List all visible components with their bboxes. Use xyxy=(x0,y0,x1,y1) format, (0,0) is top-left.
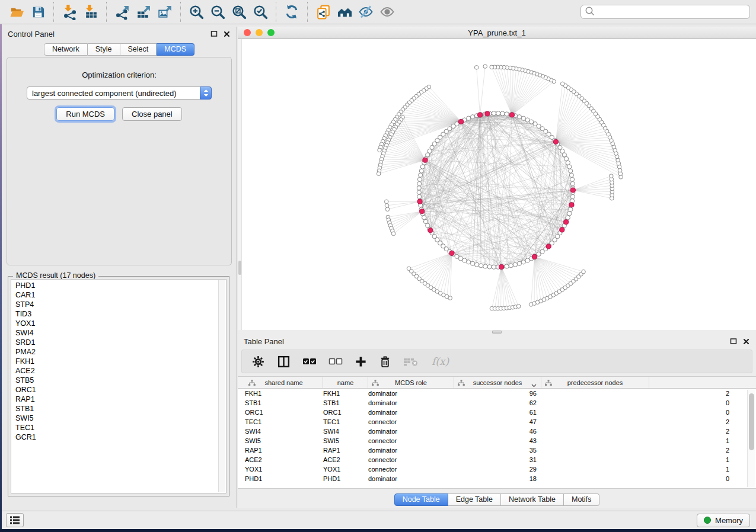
table-row[interactable]: SWI4SWI4dominator462 xyxy=(238,427,756,436)
table-row[interactable]: RAP1RAP1dominator352 xyxy=(238,446,756,455)
tab-style[interactable]: Style xyxy=(88,43,120,56)
scrollbar-thumb[interactable] xyxy=(238,261,241,275)
menu-list-button[interactable] xyxy=(6,513,24,527)
mcds-list-scrollbar[interactable] xyxy=(218,280,225,492)
import-table-icon-button[interactable] xyxy=(80,2,101,21)
mcds-result-item[interactable]: SWI5 xyxy=(15,414,218,423)
open-session-icon-button[interactable] xyxy=(6,2,27,21)
table-row[interactable]: TEC1TEC1connector472 xyxy=(238,417,756,427)
deselect-all-icon-button[interactable] xyxy=(328,353,343,370)
run-mcds-button[interactable]: Run MCDS xyxy=(56,107,114,121)
mcds-hub-node[interactable] xyxy=(458,119,463,124)
mcds-result-item[interactable]: STB1 xyxy=(15,404,218,414)
mcds-hub-node[interactable] xyxy=(449,251,454,255)
zoom-selected-icon-button[interactable] xyxy=(250,2,271,21)
mcds-result-item[interactable]: PMA2 xyxy=(15,347,218,357)
home-icon-button[interactable] xyxy=(334,2,355,21)
window-minimize-light[interactable] xyxy=(256,29,263,36)
window-close-light[interactable] xyxy=(244,29,251,36)
mcds-hub-node[interactable] xyxy=(553,139,558,144)
export-image-icon-button[interactable] xyxy=(154,2,176,21)
search-box[interactable] xyxy=(580,5,750,19)
clone-network-icon-button[interactable] xyxy=(312,2,334,21)
mcds-hub-node[interactable] xyxy=(417,199,422,204)
network-graph[interactable] xyxy=(242,39,756,330)
mcds-result-item[interactable]: GCR1 xyxy=(15,432,218,442)
mcds-hub-node[interactable] xyxy=(423,158,428,162)
tab-mcds[interactable]: MCDS xyxy=(157,43,194,56)
save-session-icon-button[interactable] xyxy=(27,2,49,21)
mcds-result-item[interactable]: ORC1 xyxy=(15,385,218,395)
mcds-result-item[interactable]: RAP1 xyxy=(15,395,218,404)
mcds-result-item[interactable]: TEC1 xyxy=(15,423,218,432)
window-zoom-light[interactable] xyxy=(267,29,275,36)
tab-network-table[interactable]: Network Table xyxy=(501,493,564,506)
mcds-hub-node[interactable] xyxy=(509,113,514,117)
tab-select[interactable]: Select xyxy=(120,43,157,56)
mcds-result-item[interactable]: CAR1 xyxy=(15,290,218,300)
panel-splitter[interactable] xyxy=(238,330,756,334)
mcds-hub-node[interactable] xyxy=(477,113,482,117)
table-row[interactable]: ORC1ORC1dominator610 xyxy=(238,408,756,417)
hide-graphics-icon-button[interactable] xyxy=(355,2,377,21)
criterion-dropdown[interactable]: largest connected component (undirected) xyxy=(27,86,212,100)
import-network-icon-button[interactable] xyxy=(59,2,80,21)
mcds-hub-node[interactable] xyxy=(532,254,537,259)
export-table-icon-button[interactable] xyxy=(133,2,154,21)
mcds-hub-node[interactable] xyxy=(485,111,490,116)
close-panel-icon[interactable] xyxy=(223,30,231,37)
memory-button[interactable]: Memory xyxy=(697,514,750,527)
column-header-shared-name[interactable]: shared name xyxy=(245,377,323,388)
table-vertical-scrollbar[interactable] xyxy=(747,390,755,487)
close-table-panel-icon[interactable] xyxy=(742,338,750,345)
zoom-out-icon-button[interactable] xyxy=(207,2,228,21)
tab-motifs[interactable]: Motifs xyxy=(564,493,599,506)
table-row[interactable]: STB1STB1dominator620 xyxy=(238,398,756,408)
export-network-icon-button[interactable] xyxy=(111,2,133,21)
split-view-icon-button[interactable] xyxy=(277,353,291,370)
table-row[interactable]: YOX1YOX1connector291 xyxy=(238,464,756,474)
refresh-icon-button[interactable] xyxy=(281,2,302,21)
mcds-hub-node[interactable] xyxy=(560,227,564,232)
network-vertical-scrollbar[interactable] xyxy=(238,39,242,330)
mcds-result-item[interactable]: YOX1 xyxy=(15,319,218,328)
mcds-result-item[interactable]: STP4 xyxy=(15,300,218,309)
mcds-hub-node[interactable] xyxy=(564,220,569,225)
mcds-hub-node[interactable] xyxy=(420,209,425,214)
mcds-result-item[interactable]: PHD1 xyxy=(15,281,218,290)
table-row[interactable]: PHD1PHD1dominator180 xyxy=(238,474,756,483)
delete-column-icon-button[interactable] xyxy=(379,353,391,370)
splitter-handle[interactable] xyxy=(492,331,502,334)
zoom-fit-icon-button[interactable] xyxy=(228,2,250,21)
tab-network[interactable]: Network xyxy=(44,43,88,56)
mcds-result-item[interactable]: ACE2 xyxy=(15,366,218,376)
mcds-hub-node[interactable] xyxy=(546,244,551,249)
table-row[interactable]: ACE2ACE2connector311 xyxy=(238,455,756,464)
mcds-hub-node[interactable] xyxy=(499,264,504,269)
column-header-predecessor-nodes[interactable]: predecessor nodes xyxy=(541,377,649,388)
network-window-titlebar[interactable]: YPA_prune.txt_1 xyxy=(238,27,756,39)
column-header-successor-nodes[interactable]: successor nodes xyxy=(454,377,541,388)
close-panel-button[interactable]: Close panel xyxy=(122,107,182,121)
column-header-MCDS-role[interactable]: MCDS role xyxy=(368,377,454,388)
mcds-result-item[interactable]: FKH1 xyxy=(15,357,218,366)
column-header-name[interactable]: name xyxy=(323,377,368,388)
mcds-result-item[interactable]: SWI4 xyxy=(15,328,218,338)
mcds-hub-node[interactable] xyxy=(428,228,433,233)
search-input[interactable] xyxy=(595,8,746,16)
mcds-hub-node[interactable] xyxy=(569,203,574,207)
float-table-panel-icon[interactable] xyxy=(729,338,737,345)
show-graphics-icon-button[interactable] xyxy=(377,2,398,21)
scrollbar-thumb[interactable] xyxy=(749,393,754,450)
mcds-result-item[interactable]: STB5 xyxy=(15,376,218,385)
mcds-result-item[interactable]: SRD1 xyxy=(15,338,218,347)
select-all-icon-button[interactable] xyxy=(302,353,317,370)
table-row[interactable]: SWI5SWI5connector431 xyxy=(238,436,756,446)
add-column-icon-button[interactable] xyxy=(355,353,367,370)
zoom-in-icon-button[interactable] xyxy=(186,2,207,21)
table-row[interactable]: FKH1FKH1dominator962 xyxy=(238,389,756,398)
float-panel-icon[interactable] xyxy=(210,30,218,37)
settings-icon-button[interactable] xyxy=(251,353,265,370)
tab-node-table[interactable]: Node Table xyxy=(394,493,448,506)
tab-edge-table[interactable]: Edge Table xyxy=(448,493,501,506)
